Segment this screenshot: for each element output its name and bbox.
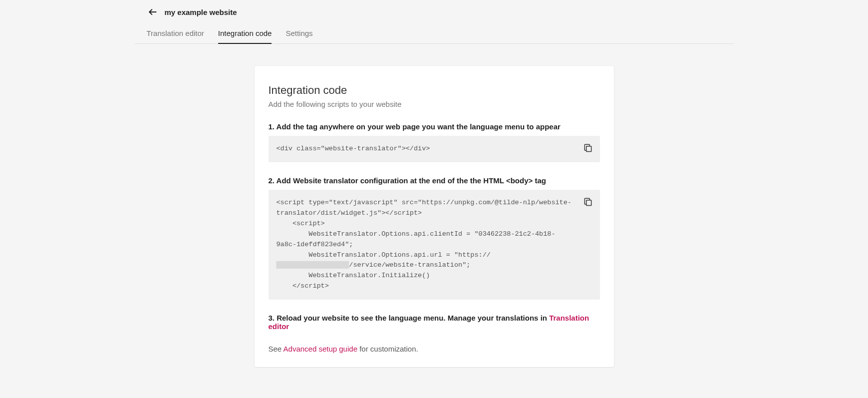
step-1-label: 1. Add the tag anywhere on your web page… — [269, 122, 600, 131]
advanced-setup-link[interactable]: Advanced setup guide — [284, 345, 357, 353]
step-3: 3. Reload your website to see the langua… — [269, 314, 600, 331]
integration-card: Integration code Add the following scrip… — [255, 66, 614, 367]
footer-line: See Advanced setup guide for customizati… — [269, 345, 600, 353]
step-3-text: 3. Reload your website to see the langua… — [269, 314, 550, 322]
step-2-code-redacted: ██████████████████ — [277, 261, 349, 269]
tab-translation-editor[interactable]: Translation editor — [147, 24, 204, 43]
copy-button-1[interactable] — [581, 141, 595, 155]
card-subtitle: Add the following scripts to your websit… — [269, 100, 600, 108]
copy-button-2[interactable] — [581, 195, 595, 209]
svg-rect-1 — [586, 146, 591, 152]
step-2: 2. Add Website translator configuration … — [269, 176, 600, 300]
step-2-code-box: <script type="text/javascript" src="http… — [269, 190, 600, 300]
tab-integration-code[interactable]: Integration code — [218, 24, 272, 43]
page-title: my example website — [165, 8, 237, 16]
step-2-code-pre: <script type="text/javascript" src="http… — [277, 199, 572, 259]
card-title: Integration code — [269, 84, 600, 97]
tabs: Translation editor Integration code Sett… — [135, 24, 734, 44]
back-arrow-icon[interactable] — [147, 6, 159, 18]
step-1-code: <div class="website-translator"></div> — [277, 145, 430, 152]
step-1-code-box: <div class="website-translator"></div> — [269, 136, 600, 162]
step-1: 1. Add the tag anywhere on your web page… — [269, 122, 600, 162]
step-2-label: 2. Add Website translator configuration … — [269, 176, 600, 185]
tab-settings[interactable]: Settings — [286, 24, 312, 43]
footer-prefix: See — [269, 345, 284, 353]
footer-suffix: for customization. — [357, 345, 418, 353]
svg-rect-2 — [586, 200, 591, 206]
